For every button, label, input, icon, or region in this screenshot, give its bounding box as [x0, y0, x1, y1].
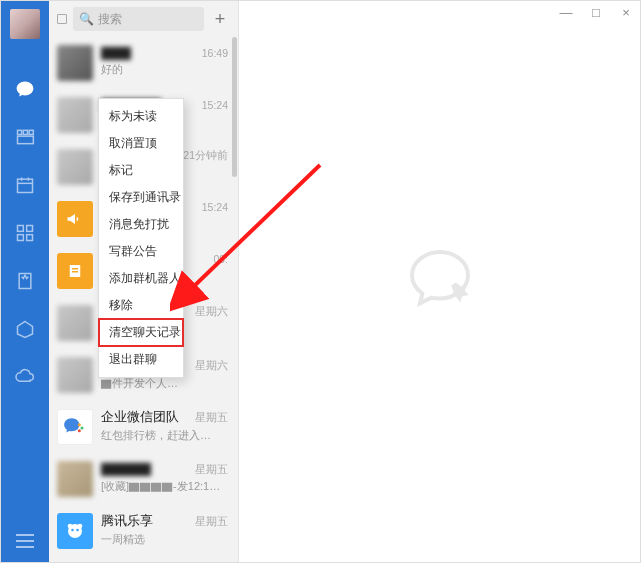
chat-avatar: [57, 305, 93, 341]
lexiang-icon: [57, 513, 93, 549]
chat-time: 星期五: [195, 515, 228, 529]
chat-time: 21分钟前: [183, 149, 228, 163]
svg-point-22: [71, 529, 74, 532]
chat-icon[interactable]: [15, 79, 35, 99]
collapse-icon[interactable]: [57, 14, 67, 24]
chat-title: 腾讯乐享: [101, 513, 153, 530]
svg-point-17: [78, 423, 81, 426]
search-input[interactable]: 🔍 搜索: [73, 7, 204, 31]
svg-marker-13: [18, 322, 33, 338]
svg-rect-2: [29, 130, 33, 134]
menu-mark-unread[interactable]: 标为未读: [99, 103, 183, 130]
context-menu: 标为未读 取消置顶 标记 保存到通讯录 消息免打扰 写群公告 添加群机器人 移除…: [98, 98, 184, 378]
announcement-icon: [57, 201, 93, 237]
menu-remove[interactable]: 移除: [99, 292, 183, 319]
contacts-icon[interactable]: [15, 127, 35, 147]
svg-rect-0: [18, 130, 22, 134]
main-content: — □ ×: [239, 1, 640, 562]
chat-avatar: [57, 149, 93, 185]
chat-item[interactable]: 企业微信团队星期五 红包排行榜，赶进入…: [49, 401, 238, 453]
minimize-button[interactable]: —: [558, 5, 574, 20]
drive-icon[interactable]: [15, 319, 35, 339]
svg-rect-11: [27, 235, 33, 241]
chat-title: ▇▇▇▇▇: [101, 461, 151, 476]
menu-group-notice[interactable]: 写群公告: [99, 238, 183, 265]
menu-unpin[interactable]: 取消置顶: [99, 130, 183, 157]
chat-time: 星期六: [195, 305, 228, 319]
chat-time: 15:24: [202, 99, 228, 111]
svg-rect-3: [18, 136, 34, 144]
svg-point-20: [75, 427, 78, 430]
menu-leave-group[interactable]: 退出群聊: [99, 346, 183, 373]
notes-icon: [57, 253, 93, 289]
chat-avatar: [57, 357, 93, 393]
chat-preview: [收藏]▇▇▇▇-发12:1…: [101, 479, 228, 494]
menu-add-bot[interactable]: 添加群机器人: [99, 265, 183, 292]
chat-time: 15:24: [202, 201, 228, 213]
svg-point-25: [78, 524, 83, 529]
chat-preview: 好的: [101, 62, 228, 77]
chat-avatar: [57, 45, 93, 81]
user-avatar[interactable]: [10, 9, 40, 39]
chat-preview: ▇件开发个人…: [101, 376, 228, 391]
chat-avatar: [57, 461, 93, 497]
empty-placeholder-icon: [400, 240, 480, 324]
wecom-icon: [57, 409, 93, 445]
menu-icon[interactable]: [16, 534, 34, 548]
apps-icon[interactable]: [15, 223, 35, 243]
new-chat-button[interactable]: +: [210, 9, 230, 29]
maximize-button[interactable]: □: [588, 5, 604, 20]
chat-item[interactable]: 腾讯乐享星期五 一周精选: [49, 505, 238, 557]
chat-preview: 一周精选: [101, 532, 228, 547]
docs-icon[interactable]: [15, 271, 35, 291]
chat-avatar: [57, 97, 93, 133]
chat-time: 星期五: [195, 463, 228, 477]
chat-item[interactable]: ▇▇▇16:49 好的: [49, 37, 238, 89]
svg-point-23: [76, 529, 79, 532]
chat-time: 星期五: [195, 411, 228, 425]
svg-rect-1: [23, 130, 27, 134]
svg-rect-4: [18, 179, 33, 192]
menu-clear-history[interactable]: 清空聊天记录: [99, 319, 183, 346]
chat-preview: 红包排行榜，赶进入…: [101, 428, 228, 443]
svg-point-24: [68, 524, 73, 529]
chat-time: 星期六: [195, 359, 228, 373]
svg-rect-10: [18, 235, 24, 241]
menu-save-contacts[interactable]: 保存到通讯录: [99, 184, 183, 211]
chat-item[interactable]: ▇▇▇▇▇星期五 [收藏]▇▇▇▇-发12:1…: [49, 453, 238, 505]
chat-time: 09:: [213, 253, 228, 265]
chat-title: 企业微信团队: [101, 409, 179, 426]
svg-rect-9: [27, 226, 33, 232]
search-icon: 🔍: [79, 12, 94, 26]
svg-point-18: [81, 427, 84, 430]
search-placeholder: 搜索: [98, 11, 122, 28]
calendar-icon[interactable]: [15, 175, 35, 195]
close-button[interactable]: ×: [618, 5, 634, 20]
chat-item[interactable]: 审批星期四 你的用章申请（不外…: [49, 557, 238, 562]
chat-title: ▇▇▇: [101, 45, 131, 60]
menu-tag[interactable]: 标记: [99, 157, 183, 184]
chat-time: 16:49: [202, 47, 228, 59]
svg-rect-8: [18, 226, 24, 232]
menu-mute[interactable]: 消息免打扰: [99, 211, 183, 238]
sidebar-nav: [1, 1, 49, 562]
svg-point-19: [78, 429, 81, 432]
cloud-icon[interactable]: [15, 367, 35, 387]
